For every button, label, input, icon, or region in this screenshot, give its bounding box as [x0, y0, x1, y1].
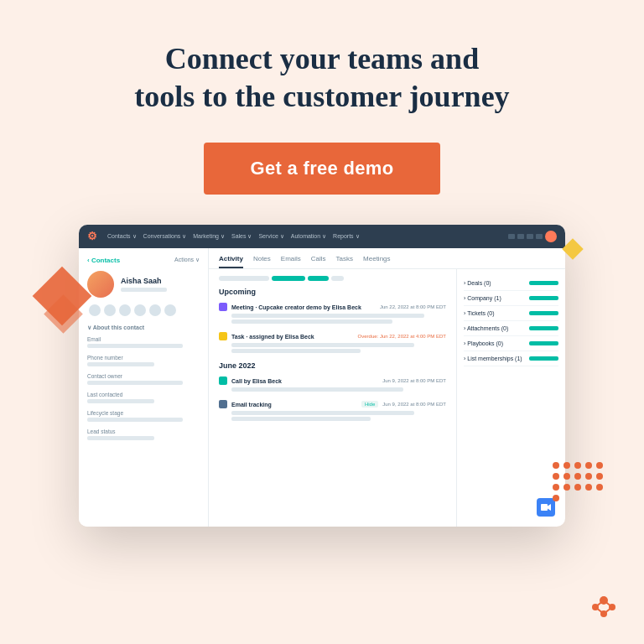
field-email-value: [87, 344, 183, 348]
activity-item-meeting: Meeting · Cupcake creator demo by Elisa …: [219, 303, 446, 324]
prop-playbooks-label: › Playbooks (0): [464, 340, 503, 346]
meeting-lines: [231, 314, 446, 324]
field-lifecycle-value: [87, 418, 183, 422]
social-icon-6: [164, 304, 176, 316]
nav-contacts: Contacts ∨: [107, 233, 137, 240]
social-icon-4: [134, 304, 146, 316]
line-2: [231, 319, 392, 324]
tab-activity[interactable]: Activity: [219, 255, 243, 268]
nav-marketing: Marketing ∨: [193, 233, 225, 240]
nav-sales: Sales ∨: [231, 233, 252, 240]
contact-subtitle: [121, 288, 167, 292]
email-title: Email tracking: [231, 402, 357, 408]
social-icon-5: [149, 304, 161, 316]
email-date: Jun 9, 2022 at 8:00 PM EDT: [382, 402, 446, 407]
social-icons: [89, 304, 200, 316]
nav-items: Contacts ∨ Conversations ∨ Marketing ∨ S…: [107, 233, 360, 240]
tab-calls[interactable]: Calls: [311, 255, 326, 268]
line-1: [231, 314, 424, 318]
breadcrumb: ‹ Contacts: [87, 257, 120, 264]
video-icon: [541, 503, 551, 512]
field-lead-status-value: [87, 436, 154, 440]
page-wrapper: Connect your teams and tools to the cust…: [0, 0, 644, 644]
call-icon: [219, 377, 227, 385]
task-title: Task · assigned by Elisa Beck: [231, 334, 354, 340]
activity-item-task: Task · assigned by Elisa Beck Overdue: J…: [219, 332, 446, 353]
field-phone-label: Phone number: [87, 355, 200, 361]
call-date: Jun 9, 2022 at 8:00 PM EDT: [382, 378, 446, 383]
field-last-contacted: Last contacted: [87, 392, 200, 403]
contact-avatar: [87, 271, 114, 298]
nav-right: [508, 231, 557, 242]
task-date: Overdue: Jun 22, 2022 at 4:00 PM EDT: [358, 334, 446, 339]
social-icon-1: [89, 304, 101, 316]
hide-badge: Hide: [361, 401, 378, 408]
dashboard-screenshot: ⚙ Contacts ∨ Conversations ∨ Marketing ∨…: [79, 225, 565, 527]
activity-header-meeting: Meeting · Cupcake creator demo by Elisa …: [219, 303, 446, 311]
field-phone-value: [87, 362, 154, 366]
activity-feed: Upcoming Meeting · Cupcake creator demo …: [209, 269, 456, 527]
upcoming-heading: Upcoming: [219, 288, 446, 296]
nav-icon-1: [508, 234, 515, 239]
prop-deals: › Deals (0): [464, 276, 558, 291]
task-icon: [219, 332, 227, 340]
activity-item-call: Call by Elisa Beck Jun 9, 2022 at 8:00 P…: [219, 377, 446, 392]
svg-line-6: [604, 607, 612, 614]
call-lines: [231, 387, 446, 392]
field-phone: Phone number: [87, 355, 200, 366]
line-1: [231, 343, 414, 347]
social-icon-3: [119, 304, 131, 316]
sidebar-header: ‹ Contacts Actions ∨: [87, 257, 200, 264]
dashboard-body: ‹ Contacts Actions ∨ Aisha Saah: [79, 248, 565, 527]
prop-attachments-label: › Attachments (0): [464, 325, 508, 331]
prop-attachments: › Attachments (0): [464, 321, 558, 336]
meeting-date: Jun 22, 2022 at 8:00 PM EDT: [380, 304, 446, 309]
field-owner-label: Contact owner: [87, 373, 200, 379]
line-1: [231, 387, 403, 392]
hubspot-logo: ⚙: [87, 230, 97, 243]
nav-reports: Reports ∨: [333, 233, 359, 240]
tab-tasks[interactable]: Tasks: [336, 255, 353, 268]
headline: Connect your teams and tools to the cust…: [134, 40, 509, 116]
cta-button[interactable]: Get a free demo: [204, 143, 441, 195]
line-2: [231, 349, 361, 353]
field-lifecycle: Lifecycle stage: [87, 410, 200, 422]
content-area: Upcoming Meeting · Cupcake creator demo …: [209, 269, 565, 527]
activity-tabs: Activity Notes Emails Calls Tasks Meetin…: [209, 248, 565, 269]
tab-emails[interactable]: Emails: [281, 255, 301, 268]
main-content: Activity Notes Emails Calls Tasks Meetin…: [209, 248, 565, 527]
about-section: ∨ About this contact: [87, 325, 200, 331]
field-lead-status: Lead status: [87, 428, 200, 440]
prop-list-memberships-label: › List memberships (1): [464, 356, 522, 361]
field-lifecycle-label: Lifecycle stage: [87, 410, 200, 416]
nav-conversations: Conversations ∨: [143, 233, 187, 240]
tab-meetings[interactable]: Meetings: [363, 255, 390, 268]
prop-tickets-label: › Tickets (0): [464, 310, 495, 316]
line-2: [231, 417, 371, 421]
tab-notes[interactable]: Notes: [253, 255, 271, 268]
meeting-title: Meeting · Cupcake creator demo by Elisa …: [231, 304, 376, 310]
progress-area: [219, 276, 446, 281]
field-lead-status-label: Lead status: [87, 428, 200, 434]
prop-tickets-bar: [529, 311, 558, 315]
prop-attachments-bar: [529, 326, 558, 330]
prop-tickets: › Tickets (0): [464, 306, 558, 321]
field-last-contacted-label: Last contacted: [87, 392, 200, 397]
activity-header-task: Task · assigned by Elisa Beck Overdue: J…: [219, 332, 446, 340]
hubspot-logo-bottom: [587, 589, 621, 626]
call-title: Call by Elisa Beck: [231, 378, 378, 384]
nav-service: Service ∨: [258, 233, 283, 240]
nav-bar: ⚙ Contacts ∨ Conversations ∨ Marketing ∨…: [79, 225, 565, 248]
social-icon-2: [104, 304, 116, 316]
field-owner-value: [87, 381, 183, 385]
field-email: Email: [87, 336, 200, 348]
prop-deals-label: › Deals (0): [464, 280, 491, 286]
activity-item-email: Email tracking Hide Jun 9, 2022 at 8:00 …: [219, 400, 446, 421]
dashboard-window: ⚙ Contacts ∨ Conversations ∨ Marketing ∨…: [79, 225, 565, 527]
prop-playbooks: › Playbooks (0): [464, 336, 558, 351]
progress-3: [308, 276, 329, 281]
contact-name-block: Aisha Saah: [121, 277, 167, 292]
nav-icon-3: [527, 234, 533, 239]
prop-company-label: › Company (1): [464, 295, 501, 301]
activity-header-email: Email tracking Hide Jun 9, 2022 at 8:00 …: [219, 400, 446, 408]
